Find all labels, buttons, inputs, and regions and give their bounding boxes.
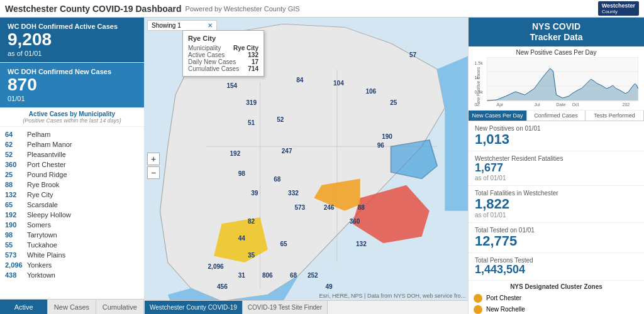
right-panel: NYS COVID Tracker Data New Positive Case… [468,18,644,314]
muni-name: Port Chester [27,161,66,168]
svg-text:202: 202 [623,102,630,107]
list-item: 64Pelham [0,129,144,139]
map-number-label: 39 [251,190,258,197]
map-number-label: 31 [238,271,245,278]
map-number-label: 573 [294,203,305,210]
logo-line1: Westchester [602,3,635,9]
svg-text:New Positive Cases: New Positive Cases [476,67,480,106]
muni-count: 98 [5,231,27,239]
nys-covid-header: NYS COVID Tracker Data [469,18,644,46]
confirmed-active-number: 9,208 [8,30,136,50]
list-item: 192Sleepy Hollow [0,210,144,220]
total-tested-row: Total Tested on 01/01 12,775 [469,223,644,253]
muni-header-line1: Active Cases by Municipality [8,111,136,117]
confirmed-new-box: WC DOH Confirmed New Cases 870 01/01 [0,63,144,108]
muni-count: 190 [5,221,27,229]
dashboard-title: Westchester County COVID-19 Dashboard [5,4,182,14]
muni-name: Pelham [27,131,50,138]
popup-municipality-val: Rye City [233,45,258,51]
cluster-item: New Rochelle [474,304,639,314]
total-fatalities-label: Total Fatalities in Westchester [475,190,638,197]
svg-text:Date: Date [557,102,566,107]
muni-name: Somers [27,221,51,229]
svg-text:Oct: Oct [572,102,579,107]
map-number-label: 82 [248,218,255,225]
svg-text:Jul: Jul [535,102,540,107]
muni-name: Tuckahoe [27,241,57,249]
muni-count: 192 [5,211,27,219]
popup-title: Rye City [188,35,258,42]
muni-name: Rye City [27,191,53,198]
map-tab-0[interactable]: Westchester County COVID-19 [145,301,243,314]
map-zoom-controls: + − [147,153,160,179]
confirmed-active-date: as of 01/01 [8,50,136,57]
popup-cumulative-row: Cumulative Cases 714 [188,65,258,72]
list-item: 360Port Chester [0,160,144,170]
map-number-label: 104 [333,79,344,86]
popup-cumulative-val: 714 [248,65,258,72]
map-tab-1[interactable]: COVID-19 Test Site Finder [243,301,328,314]
popup-cumulative-key: Cumulative Cases [188,65,239,72]
bottom-tab-new-cases[interactable]: New Cases [48,300,96,314]
muni-name: Yorktown [27,271,55,279]
map-number-label: 132 [356,241,367,247]
muni-name: Tarrytown [27,231,57,239]
zoom-in-button[interactable]: + [147,153,160,165]
confirmed-active-box: WC DOH Confirmed Active Cases 9,208 as o… [0,18,144,63]
list-item: 55Tuckahoe [0,240,144,250]
cluster-list: Port ChesterNew RochelleOssiningPeekskil… [474,293,639,314]
map-number-label: 25 [390,99,397,106]
map-number-label: 190 [382,133,392,140]
bottom-tab-cumulative[interactable]: Cumulative [96,300,144,314]
muni-name: Rye Brook [27,181,59,188]
muni-name: Yonkers [27,261,52,269]
map-panel[interactable]: 1905710625968415431951522471929868393325… [145,18,468,314]
map-showing-label: Showing 1 ✕ [147,20,217,31]
logo-text: Westchester County [602,3,635,14]
municipality-header: Active Cases by Municipality (Positive C… [0,108,144,127]
muni-count: 65 [5,201,27,208]
map-number-label: 49 [325,283,332,290]
bottom-tab-active[interactable]: Active [0,300,48,314]
muni-count: 55 [5,241,27,249]
cluster-item: Port Chester [474,293,639,304]
muni-count: 62 [5,141,27,148]
map-number-label: 154 [226,82,237,89]
new-positives-label: New Positives on 01/01 [475,125,638,132]
map-number-label: 806 [262,271,273,278]
muni-name: Scarsdale [27,201,58,208]
muni-count: 64 [5,131,27,138]
municipality-list: 64Pelham62Pelham Manor52Pleasantville360… [0,127,144,299]
map-number-label: 246 [324,203,335,210]
list-item: 2,096Yonkers [0,260,144,270]
muni-count: 360 [5,161,27,168]
map-number-label: 88 [358,203,365,210]
total-persons-row: Total Persons Tested 1,443,504 [469,253,644,281]
chart-title: New Positive Cases Per Day [474,49,639,56]
muni-count: 52 [5,151,27,158]
chart-tab-1[interactable]: Confirmed Cases [527,111,586,121]
map-number-label: 106 [365,88,376,95]
confirmed-new-label: WC DOH Confirmed New Cases [8,68,136,75]
list-item: 98Tarrytown [0,230,144,240]
map-number-label: 2,096 [208,263,224,270]
chart-tab-0[interactable]: New Cases Per Day [469,111,527,121]
list-item: 52Pleasantville [0,149,144,160]
map-number-label: 252 [308,271,318,278]
list-item: 88Rye Brook [0,180,144,190]
chart-tab-2[interactable]: Tests Performed [586,111,644,121]
svg-text:Apr: Apr [497,102,504,107]
map-number-label: 319 [246,99,257,106]
popup-active-val: 132 [248,51,258,58]
map-close-icon[interactable]: ✕ [208,22,213,29]
map-number-label: 68 [290,271,297,278]
map-number-label: 247 [282,147,292,154]
chart-container: 1.5k 1k 0.5k 0 New Positive Cases [474,57,639,107]
zoom-out-button[interactable]: − [147,166,160,179]
muni-name: Sleepy Hollow [27,211,71,219]
popup-active-row: Active Cases 132 [188,51,258,58]
total-fatalities-number: 1,822 [475,197,638,212]
confirmed-new-number: 870 [8,75,136,95]
map-background: 1905710625968415431951522471929868393325… [145,18,468,314]
map-number-label: 96 [377,141,384,148]
